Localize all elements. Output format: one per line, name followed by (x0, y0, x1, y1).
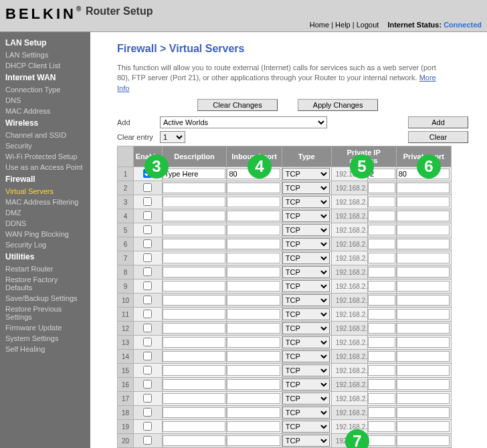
ip-suffix-input[interactable] (368, 253, 395, 263)
ip-suffix-input[interactable] (368, 281, 395, 292)
inbound-port-input[interactable] (227, 379, 280, 390)
enable-checkbox[interactable] (143, 394, 152, 403)
private-port-input[interactable] (397, 295, 450, 306)
type-select[interactable]: TCP (282, 435, 330, 447)
enable-checkbox[interactable] (143, 239, 152, 248)
clear-entry-select[interactable]: 1 (160, 131, 185, 143)
ip-suffix-input[interactable] (368, 267, 395, 277)
description-input[interactable] (163, 393, 225, 404)
inbound-port-input[interactable] (227, 197, 280, 207)
sidebar-item[interactable]: LAN Settings (0, 49, 90, 60)
sidebar-item[interactable]: Connection Type (0, 84, 90, 95)
inbound-port-input[interactable] (227, 239, 280, 249)
sidebar-item[interactable]: Restart Router (0, 263, 90, 274)
private-port-input[interactable] (397, 407, 450, 418)
enable-checkbox[interactable] (143, 436, 152, 445)
type-select[interactable]: TCP (282, 378, 330, 390)
logout-link[interactable]: Logout (357, 21, 379, 29)
private-port-input[interactable] (397, 211, 450, 221)
sidebar-item[interactable]: DNS (0, 95, 90, 106)
enable-checkbox[interactable] (143, 338, 152, 346)
clear-button[interactable]: Clear (408, 131, 468, 143)
ip-suffix-input[interactable] (368, 323, 395, 334)
sidebar-item[interactable]: Firmware Update (0, 322, 90, 333)
sidebar-item[interactable]: Wi-Fi Protected Setup (0, 151, 90, 162)
sidebar-item[interactable]: MAC Address Filtering (0, 197, 90, 207)
type-select[interactable]: TCP (282, 364, 330, 376)
description-input[interactable] (163, 211, 225, 221)
inbound-port-input[interactable] (227, 323, 280, 334)
type-select[interactable]: TCP (282, 407, 330, 419)
enable-checkbox[interactable] (143, 282, 152, 290)
private-port-input[interactable] (397, 253, 450, 263)
description-input[interactable] (163, 281, 225, 292)
private-port-input[interactable] (397, 351, 450, 362)
enable-checkbox[interactable] (143, 225, 152, 234)
ip-suffix-input[interactable] (368, 379, 395, 390)
ip-suffix-input[interactable] (368, 309, 395, 320)
ip-suffix-input[interactable] (368, 169, 395, 179)
sidebar-item[interactable]: Channel and SSID (0, 130, 90, 140)
private-port-input[interactable] (397, 225, 450, 235)
enable-checkbox[interactable] (143, 324, 152, 332)
enable-checkbox[interactable] (143, 296, 152, 304)
private-port-input[interactable] (397, 323, 450, 334)
type-select[interactable]: TCP (282, 308, 330, 320)
inbound-port-input[interactable] (227, 183, 280, 193)
inbound-port-input[interactable] (227, 281, 280, 292)
private-port-input[interactable] (397, 435, 450, 446)
description-input[interactable] (163, 407, 225, 418)
inbound-port-input[interactable] (227, 225, 280, 235)
type-select[interactable]: TCP (282, 294, 330, 306)
enable-checkbox[interactable] (143, 267, 152, 276)
type-select[interactable]: TCP (282, 393, 330, 405)
enable-checkbox[interactable] (143, 366, 152, 374)
type-select[interactable]: TCP (282, 322, 330, 334)
ip-suffix-input[interactable] (368, 239, 395, 249)
private-port-input[interactable] (397, 337, 450, 348)
private-port-input[interactable] (397, 183, 450, 193)
private-port-input[interactable] (397, 281, 450, 292)
private-port-input[interactable] (397, 309, 450, 320)
ip-suffix-input[interactable] (368, 435, 395, 446)
description-input[interactable] (163, 239, 225, 249)
description-input[interactable] (163, 435, 225, 446)
type-select[interactable]: TCP (282, 224, 330, 236)
ip-suffix-input[interactable] (368, 351, 395, 362)
type-select[interactable]: TCP (282, 336, 330, 348)
inbound-port-input[interactable] (227, 169, 280, 179)
description-input[interactable] (163, 379, 225, 390)
inbound-port-input[interactable] (227, 309, 280, 320)
help-link[interactable]: Help (335, 21, 351, 29)
sidebar-item[interactable]: Restore Factory Defaults (0, 274, 90, 293)
private-port-input[interactable] (397, 421, 450, 432)
sidebar-item[interactable]: Restore Previous Settings (0, 304, 90, 322)
apply-changes-button[interactable]: Apply Changes (298, 99, 378, 111)
inbound-port-input[interactable] (227, 267, 280, 277)
type-select[interactable]: TCP (282, 168, 330, 180)
inbound-port-input[interactable] (227, 435, 280, 446)
type-select[interactable]: TCP (282, 238, 330, 250)
private-port-input[interactable] (397, 379, 450, 390)
type-select[interactable]: TCP (282, 350, 330, 362)
inbound-port-input[interactable] (227, 365, 280, 376)
sidebar-item[interactable]: Security Log (0, 239, 90, 250)
description-input[interactable] (163, 169, 225, 179)
sidebar-item[interactable]: Security (0, 140, 90, 151)
private-port-input[interactable] (397, 267, 450, 277)
enable-checkbox[interactable] (143, 352, 152, 360)
enable-checkbox[interactable] (143, 211, 152, 220)
inbound-port-input[interactable] (227, 407, 280, 418)
private-port-input[interactable] (397, 197, 450, 207)
sidebar-item[interactable]: WAN Ping Blocking (0, 229, 90, 239)
ip-suffix-input[interactable] (368, 295, 395, 306)
enable-checkbox[interactable] (143, 183, 152, 192)
enable-checkbox[interactable] (143, 408, 152, 417)
clear-changes-button[interactable]: Clear Changes (197, 99, 278, 111)
inbound-port-input[interactable] (227, 393, 280, 404)
type-select[interactable]: TCP (282, 266, 330, 278)
type-select[interactable]: TCP (282, 421, 330, 433)
ip-suffix-input[interactable] (368, 407, 395, 418)
sidebar-item[interactable]: DHCP Client List (0, 60, 90, 71)
description-input[interactable] (163, 323, 225, 334)
